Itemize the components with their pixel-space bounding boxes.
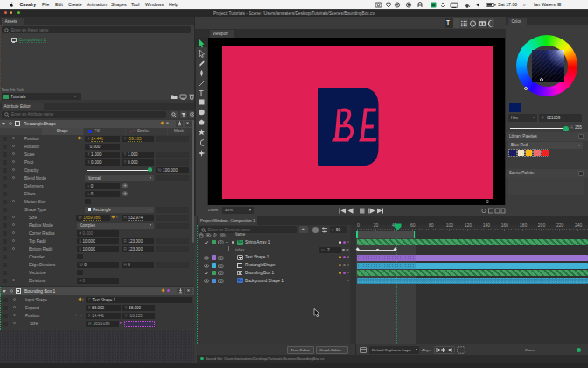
svg-text:T: T [199, 88, 204, 97]
